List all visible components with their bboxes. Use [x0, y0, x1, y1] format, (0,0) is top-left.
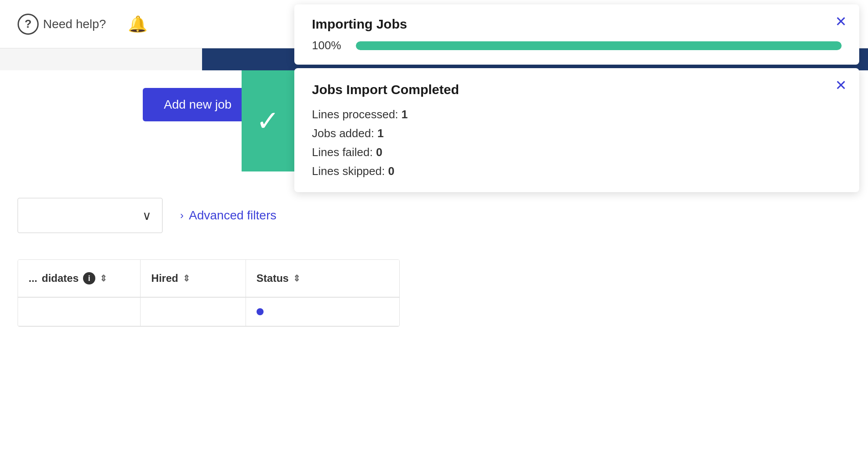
completed-stats: Lines processed: 1 Jobs added: 1 Lines f… — [312, 108, 842, 178]
status-dot-icon — [257, 308, 264, 315]
stat-lines-skipped-label: Lines skipped: — [312, 164, 385, 178]
completed-title: Jobs Import Completed — [312, 82, 842, 97]
checkmark-icon: ✓ — [256, 105, 280, 137]
col-hired-label: Hired — [151, 272, 178, 284]
advanced-filters-label: Advanced filters — [189, 208, 276, 222]
sort-hired-icon[interactable]: ⇕ — [183, 273, 190, 284]
progress-bar-fill — [356, 41, 842, 50]
table-header: ... didates i ⇕ Hired ⇕ Status ⇕ — [18, 260, 399, 298]
notification-completed: Jobs Import Completed Lines processed: 1… — [294, 68, 859, 192]
col-candidates-prefix: ... — [29, 272, 37, 284]
stat-lines-skipped: Lines skipped: 0 — [312, 164, 842, 178]
stat-lines-failed-value: 0 — [376, 146, 382, 159]
bell-icon[interactable]: 🔔 — [128, 15, 148, 33]
col-header-hired: Hired ⇕ — [141, 260, 246, 297]
col-header-candidates: ... didates i ⇕ — [18, 260, 141, 297]
success-band: ✓ — [242, 70, 294, 171]
need-help-label: Need help? — [43, 17, 106, 31]
stat-lines-skipped-value: 0 — [388, 164, 394, 178]
filter-dropdown[interactable]: ∨ — [18, 198, 163, 233]
stat-lines-processed-value: 1 — [401, 108, 408, 121]
stat-jobs-added-label: Jobs added: — [312, 127, 374, 140]
stat-lines-processed: Lines processed: 1 — [312, 108, 842, 121]
stat-lines-failed: Lines failed: 0 — [312, 146, 842, 159]
col-header-status: Status ⇕ — [246, 260, 399, 297]
progress-bar-background — [356, 41, 842, 50]
filters-row: ∨ › Advanced filters — [0, 198, 868, 233]
col-candidates-label: didates — [42, 272, 79, 284]
chevron-right-icon: › — [180, 209, 184, 222]
cell-candidates — [18, 298, 141, 326]
completed-close-button[interactable]: ✕ — [835, 77, 847, 94]
stat-lines-failed-label: Lines failed: — [312, 146, 373, 159]
info-icon[interactable]: i — [83, 272, 95, 284]
col-status-label: Status — [257, 272, 289, 284]
cell-status — [246, 298, 399, 326]
need-help-button[interactable]: ? Need help? — [18, 14, 106, 35]
add-new-job-button[interactable]: Add new job — [143, 88, 253, 121]
importing-title: Importing Jobs — [312, 17, 842, 32]
table-row — [18, 298, 399, 326]
table-container: ... didates i ⇕ Hired ⇕ Status ⇕ — [0, 259, 868, 452]
cell-hired — [141, 298, 246, 326]
progress-row: 100% — [312, 39, 842, 52]
progress-percent: 100% — [312, 39, 347, 52]
sort-candidates-icon[interactable]: ⇕ — [100, 273, 107, 284]
importing-close-button[interactable]: ✕ — [835, 13, 847, 30]
advanced-filters-button[interactable]: › Advanced filters — [180, 208, 276, 222]
sort-status-icon[interactable]: ⇕ — [293, 273, 300, 284]
stat-jobs-added-value: 1 — [377, 127, 383, 140]
stat-jobs-added: Jobs added: 1 — [312, 127, 842, 140]
notification-importing: Importing Jobs 100% ✕ — [294, 4, 859, 65]
help-circle-icon: ? — [18, 14, 39, 35]
chevron-down-icon: ∨ — [142, 208, 152, 223]
jobs-table: ... didates i ⇕ Hired ⇕ Status ⇕ — [18, 259, 400, 327]
stat-lines-processed-label: Lines processed: — [312, 108, 398, 121]
